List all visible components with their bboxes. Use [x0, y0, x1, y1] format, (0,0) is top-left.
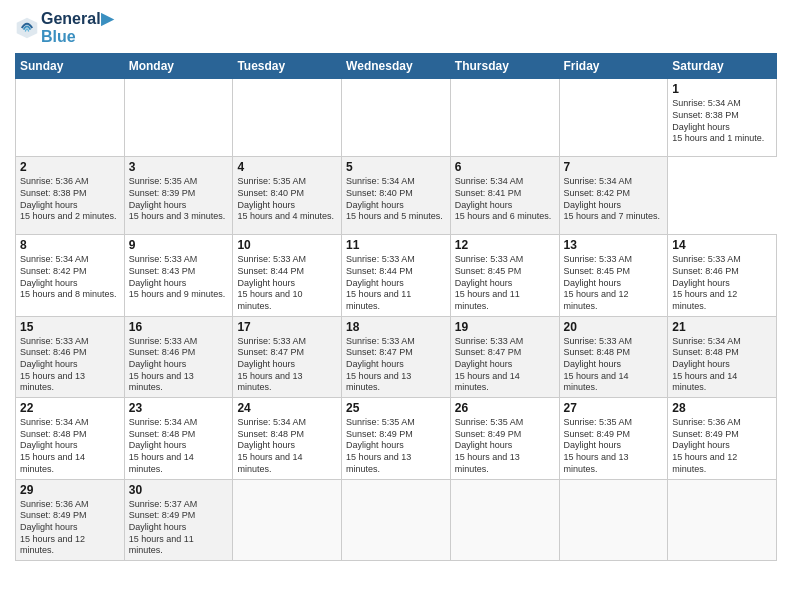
day-number: 9	[129, 238, 229, 252]
day-info: Sunrise: 5:33 AMSunset: 8:46 PMDaylight …	[129, 336, 229, 394]
day-number: 19	[455, 320, 555, 334]
calendar-cell: 8Sunrise: 5:34 AMSunset: 8:42 PMDaylight…	[16, 235, 125, 316]
day-number: 13	[564, 238, 664, 252]
day-info: Sunrise: 5:33 AMSunset: 8:44 PMDaylight …	[346, 254, 446, 312]
day-info: Sunrise: 5:33 AMSunset: 8:45 PMDaylight …	[564, 254, 664, 312]
svg-marker-0	[17, 17, 38, 38]
calendar-cell	[450, 479, 559, 560]
day-info: Sunrise: 5:36 AMSunset: 8:49 PMDaylight …	[672, 417, 772, 475]
calendar-cell	[559, 479, 668, 560]
calendar-cell: 7Sunrise: 5:34 AMSunset: 8:42 PMDaylight…	[559, 157, 668, 235]
logo-icon	[15, 16, 39, 40]
day-number: 3	[129, 160, 229, 174]
day-info: Sunrise: 5:35 AMSunset: 8:49 PMDaylight …	[455, 417, 555, 475]
day-info: Sunrise: 5:34 AMSunset: 8:48 PMDaylight …	[129, 417, 229, 475]
day-number: 1	[672, 82, 772, 96]
day-number: 26	[455, 401, 555, 415]
day-number: 30	[129, 483, 229, 497]
calendar-cell	[342, 479, 451, 560]
day-number: 21	[672, 320, 772, 334]
calendar-cell: 2Sunrise: 5:36 AMSunset: 8:38 PMDaylight…	[16, 157, 125, 235]
calendar-cell	[233, 79, 342, 157]
day-number: 20	[564, 320, 664, 334]
day-info: Sunrise: 5:34 AMSunset: 8:40 PMDaylight …	[346, 176, 446, 223]
day-number: 4	[237, 160, 337, 174]
day-info: Sunrise: 5:35 AMSunset: 8:40 PMDaylight …	[237, 176, 337, 223]
calendar-cell: 28Sunrise: 5:36 AMSunset: 8:49 PMDayligh…	[668, 398, 777, 479]
calendar-cell: 22Sunrise: 5:34 AMSunset: 8:48 PMDayligh…	[16, 398, 125, 479]
calendar-cell: 10Sunrise: 5:33 AMSunset: 8:44 PMDayligh…	[233, 235, 342, 316]
day-info: Sunrise: 5:33 AMSunset: 8:48 PMDaylight …	[564, 336, 664, 394]
day-info: Sunrise: 5:33 AMSunset: 8:47 PMDaylight …	[455, 336, 555, 394]
calendar-header-monday: Monday	[124, 54, 233, 79]
calendar-cell: 5Sunrise: 5:34 AMSunset: 8:40 PMDaylight…	[342, 157, 451, 235]
calendar-week-row: 29Sunrise: 5:36 AMSunset: 8:49 PMDayligh…	[16, 479, 777, 560]
calendar-header-thursday: Thursday	[450, 54, 559, 79]
day-info: Sunrise: 5:35 AMSunset: 8:49 PMDaylight …	[564, 417, 664, 475]
page: General▶ Blue SundayMondayTuesdayWednesd…	[0, 0, 792, 612]
day-number: 23	[129, 401, 229, 415]
day-number: 16	[129, 320, 229, 334]
calendar-cell	[559, 79, 668, 157]
calendar-cell	[342, 79, 451, 157]
day-number: 27	[564, 401, 664, 415]
calendar-cell	[233, 479, 342, 560]
day-number: 11	[346, 238, 446, 252]
calendar-cell: 12Sunrise: 5:33 AMSunset: 8:45 PMDayligh…	[450, 235, 559, 316]
day-number: 5	[346, 160, 446, 174]
day-info: Sunrise: 5:34 AMSunset: 8:48 PMDaylight …	[20, 417, 120, 475]
day-info: Sunrise: 5:33 AMSunset: 8:45 PMDaylight …	[455, 254, 555, 312]
calendar-cell	[16, 79, 125, 157]
calendar-cell	[450, 79, 559, 157]
day-info: Sunrise: 5:37 AMSunset: 8:49 PMDaylight …	[129, 499, 229, 557]
day-info: Sunrise: 5:34 AMSunset: 8:48 PMDaylight …	[672, 336, 772, 394]
calendar-week-row: 15Sunrise: 5:33 AMSunset: 8:46 PMDayligh…	[16, 316, 777, 397]
day-number: 12	[455, 238, 555, 252]
calendar-cell: 17Sunrise: 5:33 AMSunset: 8:47 PMDayligh…	[233, 316, 342, 397]
calendar-header-row: SundayMondayTuesdayWednesdayThursdayFrid…	[16, 54, 777, 79]
day-info: Sunrise: 5:34 AMSunset: 8:42 PMDaylight …	[564, 176, 664, 223]
calendar-table: SundayMondayTuesdayWednesdayThursdayFrid…	[15, 53, 777, 561]
day-number: 10	[237, 238, 337, 252]
calendar-cell: 24Sunrise: 5:34 AMSunset: 8:48 PMDayligh…	[233, 398, 342, 479]
day-number: 22	[20, 401, 120, 415]
calendar-header-tuesday: Tuesday	[233, 54, 342, 79]
calendar-cell: 19Sunrise: 5:33 AMSunset: 8:47 PMDayligh…	[450, 316, 559, 397]
day-info: Sunrise: 5:36 AMSunset: 8:49 PMDaylight …	[20, 499, 120, 557]
day-number: 29	[20, 483, 120, 497]
calendar-header-saturday: Saturday	[668, 54, 777, 79]
calendar-cell: 23Sunrise: 5:34 AMSunset: 8:48 PMDayligh…	[124, 398, 233, 479]
calendar-cell: 18Sunrise: 5:33 AMSunset: 8:47 PMDayligh…	[342, 316, 451, 397]
calendar-cell: 21Sunrise: 5:34 AMSunset: 8:48 PMDayligh…	[668, 316, 777, 397]
day-number: 25	[346, 401, 446, 415]
day-number: 18	[346, 320, 446, 334]
calendar-week-row: 1Sunrise: 5:34 AMSunset: 8:38 PMDaylight…	[16, 79, 777, 157]
day-number: 15	[20, 320, 120, 334]
logo-text: General▶ Blue	[41, 10, 113, 45]
day-number: 7	[564, 160, 664, 174]
calendar-cell: 11Sunrise: 5:33 AMSunset: 8:44 PMDayligh…	[342, 235, 451, 316]
day-number: 24	[237, 401, 337, 415]
calendar-cell: 26Sunrise: 5:35 AMSunset: 8:49 PMDayligh…	[450, 398, 559, 479]
calendar-cell: 4Sunrise: 5:35 AMSunset: 8:40 PMDaylight…	[233, 157, 342, 235]
calendar-week-row: 8Sunrise: 5:34 AMSunset: 8:42 PMDaylight…	[16, 235, 777, 316]
calendar-cell: 14Sunrise: 5:33 AMSunset: 8:46 PMDayligh…	[668, 235, 777, 316]
calendar-cell: 15Sunrise: 5:33 AMSunset: 8:46 PMDayligh…	[16, 316, 125, 397]
calendar-cell: 29Sunrise: 5:36 AMSunset: 8:49 PMDayligh…	[16, 479, 125, 560]
day-info: Sunrise: 5:33 AMSunset: 8:44 PMDaylight …	[237, 254, 337, 312]
day-info: Sunrise: 5:36 AMSunset: 8:38 PMDaylight …	[20, 176, 120, 223]
day-number: 8	[20, 238, 120, 252]
calendar-week-row: 22Sunrise: 5:34 AMSunset: 8:48 PMDayligh…	[16, 398, 777, 479]
day-info: Sunrise: 5:33 AMSunset: 8:47 PMDaylight …	[346, 336, 446, 394]
calendar-cell	[668, 479, 777, 560]
calendar-week-row: 2Sunrise: 5:36 AMSunset: 8:38 PMDaylight…	[16, 157, 777, 235]
day-number: 2	[20, 160, 120, 174]
day-info: Sunrise: 5:34 AMSunset: 8:48 PMDaylight …	[237, 417, 337, 475]
day-number: 28	[672, 401, 772, 415]
header: General▶ Blue	[15, 10, 777, 45]
day-info: Sunrise: 5:33 AMSunset: 8:46 PMDaylight …	[672, 254, 772, 312]
calendar-cell: 30Sunrise: 5:37 AMSunset: 8:49 PMDayligh…	[124, 479, 233, 560]
calendar-cell: 3Sunrise: 5:35 AMSunset: 8:39 PMDaylight…	[124, 157, 233, 235]
calendar-cell	[124, 79, 233, 157]
day-info: Sunrise: 5:35 AMSunset: 8:39 PMDaylight …	[129, 176, 229, 223]
